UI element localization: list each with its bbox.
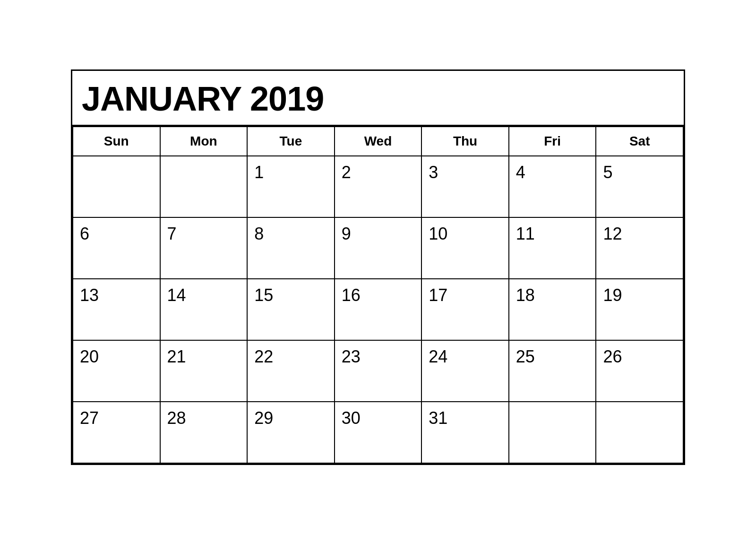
day-number: 7 — [167, 224, 177, 243]
day-number: 11 — [516, 224, 535, 243]
day-number: 24 — [429, 347, 447, 366]
day-number: 2 — [342, 163, 351, 182]
day-number: 28 — [167, 408, 186, 428]
day-of-week-header: Mon — [160, 127, 248, 156]
calendar-day-cell: 23 — [335, 340, 422, 402]
calendar-day-cell: 26 — [596, 340, 683, 402]
calendar-day-cell — [73, 156, 160, 217]
calendar-day-cell: 30 — [335, 402, 422, 463]
calendar-day-cell: 25 — [509, 340, 596, 402]
calendar-day-cell: 27 — [73, 402, 160, 463]
calendar-day-cell: 2 — [335, 156, 422, 217]
calendar-day-cell: 3 — [421, 156, 509, 217]
day-of-week-header: Fri — [509, 127, 596, 156]
day-number: 23 — [342, 347, 361, 366]
calendar-day-cell: 15 — [247, 279, 335, 340]
day-number: 20 — [80, 347, 99, 366]
calendar-week-row: 2728293031 — [73, 402, 683, 463]
calendar-day-cell — [160, 156, 248, 217]
day-of-week-header: Sun — [73, 127, 160, 156]
day-number: 17 — [429, 285, 447, 305]
day-number: 6 — [80, 224, 89, 243]
calendar-week-row: 13141516171819 — [73, 279, 683, 340]
day-number: 30 — [342, 408, 361, 428]
day-number: 25 — [516, 347, 535, 366]
days-of-week-row: SunMonTueWedThuFriSat — [73, 127, 683, 156]
day-number: 19 — [603, 285, 622, 305]
day-number: 14 — [167, 285, 186, 305]
calendar-day-cell: 24 — [421, 340, 509, 402]
calendar-day-cell: 9 — [335, 217, 422, 279]
calendar-day-cell: 12 — [596, 217, 683, 279]
day-number: 31 — [429, 408, 447, 428]
calendar-day-cell: 28 — [160, 402, 248, 463]
day-number: 18 — [516, 285, 535, 305]
day-number: 9 — [342, 224, 351, 243]
calendar-day-cell: 17 — [421, 279, 509, 340]
day-number: 13 — [80, 285, 99, 305]
calendar-week-row: 6789101112 — [73, 217, 683, 279]
calendar-day-cell: 19 — [596, 279, 683, 340]
calendar-day-cell: 1 — [247, 156, 335, 217]
calendar-grid: SunMonTueWedThuFriSat 123456789101112131… — [72, 126, 684, 464]
calendar-day-cell: 7 — [160, 217, 248, 279]
day-number: 10 — [429, 224, 447, 243]
calendar-header: JANUARY 2019 — [72, 71, 684, 126]
calendar-day-cell: 21 — [160, 340, 248, 402]
calendar-day-cell: 14 — [160, 279, 248, 340]
day-of-week-header: Tue — [247, 127, 335, 156]
calendar-week-row: 12345 — [73, 156, 683, 217]
day-of-week-header: Wed — [335, 127, 422, 156]
calendar-day-cell: 20 — [73, 340, 160, 402]
day-number: 8 — [254, 224, 264, 243]
day-of-week-header: Sat — [596, 127, 683, 156]
calendar-day-cell: 4 — [509, 156, 596, 217]
calendar-day-cell — [509, 402, 596, 463]
calendar-day-cell: 10 — [421, 217, 509, 279]
day-number: 15 — [254, 285, 273, 305]
day-number: 16 — [342, 285, 361, 305]
calendar-day-cell: 18 — [509, 279, 596, 340]
calendar-day-cell: 8 — [247, 217, 335, 279]
day-number: 5 — [603, 163, 612, 182]
day-number: 21 — [167, 347, 186, 366]
day-number: 12 — [603, 224, 622, 243]
day-number: 26 — [603, 347, 622, 366]
calendar-day-cell: 13 — [73, 279, 160, 340]
calendar-day-cell: 6 — [73, 217, 160, 279]
calendar-day-cell: 5 — [596, 156, 683, 217]
calendar-title: JANUARY 2019 — [82, 79, 674, 118]
calendar-day-cell: 11 — [509, 217, 596, 279]
day-of-week-header: Thu — [421, 127, 509, 156]
day-number: 29 — [254, 408, 273, 428]
calendar-week-row: 20212223242526 — [73, 340, 683, 402]
day-number: 22 — [254, 347, 273, 366]
day-number: 3 — [429, 163, 438, 182]
calendar-day-cell: 29 — [247, 402, 335, 463]
calendar-day-cell — [596, 402, 683, 463]
calendar-day-cell: 16 — [335, 279, 422, 340]
calendar-day-cell: 22 — [247, 340, 335, 402]
day-number: 27 — [80, 408, 99, 428]
calendar-container: JANUARY 2019 SunMonTueWedThuFriSat 12345… — [71, 69, 685, 465]
day-number: 1 — [254, 163, 264, 182]
calendar-day-cell: 31 — [421, 402, 509, 463]
day-number: 4 — [516, 163, 525, 182]
